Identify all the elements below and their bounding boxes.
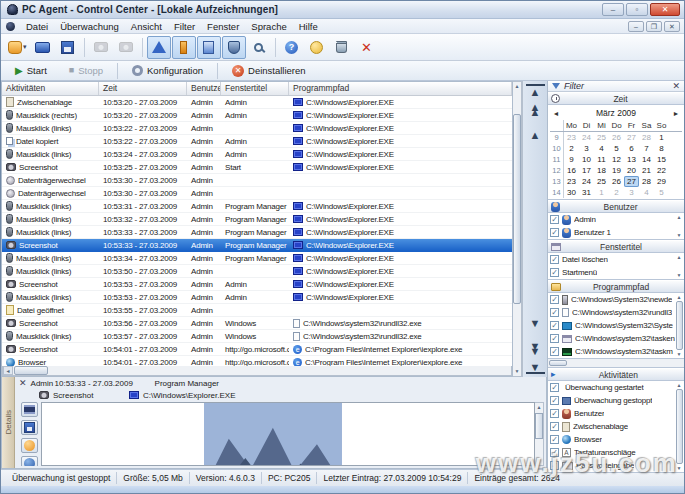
save-recordings-button[interactable] (56, 36, 80, 59)
close-button[interactable]: ✕ (650, 3, 680, 16)
scrollbar-thumb[interactable] (513, 114, 521, 304)
calendar-day[interactable]: 15 (654, 154, 669, 165)
menu-item-filter[interactable]: Filter (168, 20, 201, 33)
calendar-day[interactable]: 17 (579, 165, 594, 176)
checkbox[interactable]: ✓ (550, 422, 559, 431)
calendar-day[interactable]: 8 (654, 143, 669, 154)
calendar-day[interactable]: 25 (594, 176, 609, 187)
calendar-day[interactable]: 3 (579, 143, 594, 154)
table-row[interactable]: Datenträgerwechsel10:53:30 - 27.03.2009A… (2, 187, 512, 200)
scroll-down-icon[interactable]: ▼ (677, 232, 682, 238)
programmpfad-item[interactable]: ✓C:\Windows\system32\rundll3 (548, 306, 684, 319)
calendar-day[interactable]: 21 (639, 165, 654, 176)
scroll-down-icon[interactable]: ▼ (677, 465, 682, 471)
calendar-day[interactable]: 19 (609, 165, 624, 176)
table-row[interactable]: Mausklick (links)10:53:22 - 27.03.2009Ad… (2, 122, 512, 135)
calendar-day[interactable]: 10 (579, 154, 594, 165)
calendar-day[interactable]: 13 (624, 154, 639, 165)
aktivitaet-item[interactable]: ✓Tastaturanschläge (548, 446, 684, 459)
table-row[interactable]: Screenshot10:53:33 - 27.03.2009AdminProg… (2, 239, 512, 252)
page-down-button[interactable]: ▼ (526, 338, 545, 354)
calendar-day[interactable]: 3 (624, 187, 639, 198)
calendar-day[interactable]: 2 (564, 143, 579, 154)
calendar-day[interactable]: 9 (564, 154, 579, 165)
checkbox[interactable]: ✓ (550, 461, 559, 470)
section-benutzer[interactable]: Benutzer (548, 200, 684, 213)
table-row[interactable]: Mausklick (links)10:53:50 - 27.03.2009Ad… (2, 265, 512, 278)
menu-item-ansicht[interactable]: Ansicht (125, 20, 168, 33)
menu-item-fenster[interactable]: Fenster (201, 20, 245, 33)
details-close-icon[interactable]: ✕ (19, 379, 27, 388)
scrollbar-thumb[interactable] (14, 366, 48, 375)
scroll-up-icon[interactable]: ▲ (677, 382, 682, 388)
table-vertical-scrollbar[interactable]: ▲ ▼ (513, 81, 522, 377)
calendar-day[interactable]: 4 (594, 143, 609, 154)
calendar-day[interactable]: 26 (609, 176, 624, 187)
benutzer-item[interactable]: ✓Admin (548, 213, 684, 226)
aktivitaet-item[interactable]: ✓Passworteingabe (548, 459, 684, 472)
scroll-left-icon[interactable]: ◄ (3, 366, 13, 375)
checkbox[interactable]: ✓ (550, 308, 559, 317)
column-header-c2[interactable]: Zeit (99, 82, 187, 95)
checkbox[interactable]: ✓ (550, 228, 559, 237)
last-record-button[interactable]: ▼ (526, 361, 545, 374)
calendar-day[interactable]: 6 (624, 143, 639, 154)
checkbox[interactable]: ✓ (550, 295, 559, 304)
calendar-day[interactable]: 26 (609, 132, 624, 143)
table-row[interactable]: Screenshot10:53:56 - 27.03.2009AdminWind… (2, 317, 512, 330)
previous-month-icon[interactable]: ◄ (550, 110, 562, 117)
checkbox[interactable]: ✓ (550, 268, 559, 277)
next-month-icon[interactable]: ► (670, 110, 682, 117)
fenstertitel-item[interactable]: ✓Datei löschen (548, 253, 684, 266)
play-slideshow-button[interactable] (21, 402, 38, 417)
save-screenshot-button[interactable] (21, 420, 38, 435)
calendar-day[interactable]: 5 (609, 143, 624, 154)
scrollbar-thumb[interactable] (549, 360, 567, 366)
live-view-button[interactable] (247, 36, 271, 59)
aktivitaet-item[interactable]: ✓Browser (548, 433, 684, 446)
help-button[interactable] (280, 36, 304, 59)
programmpfad-scrollbar[interactable]: ▲▼ (675, 294, 683, 357)
scroll-down-icon[interactable]: ▼ (677, 272, 682, 278)
calendar-day-selected[interactable]: 27 (624, 176, 639, 187)
table-row[interactable]: Datei geöffnet10:53:55 - 27.03.2009Admin (2, 304, 512, 317)
table-row[interactable]: Mausklick (links)10:53:32 - 27.03.2009Ad… (2, 213, 512, 226)
view-screenshots-button[interactable] (172, 36, 196, 59)
table-row[interactable]: Mausklick (links)10:53:53 - 27.03.2009Ad… (2, 291, 512, 304)
calendar-day[interactable]: 24 (579, 132, 594, 143)
next-record-button[interactable]: ▼ (526, 315, 545, 331)
calendar-day[interactable]: 23 (564, 176, 579, 187)
calendar-day[interactable]: 20 (624, 165, 639, 176)
aktivitaet-item[interactable]: ✓Überwachung gestartet (548, 381, 684, 394)
scroll-up-icon[interactable]: ▲ (535, 403, 543, 412)
scroll-up-icon[interactable]: ▲ (513, 82, 521, 91)
table-row[interactable]: Mausklick (rechts)10:53:20 - 27.03.2009A… (2, 109, 512, 122)
aktivitaet-item[interactable]: ✓Benutzer (548, 407, 684, 420)
section-zeit[interactable]: Zeit (548, 92, 684, 105)
table-row[interactable]: Mausklick (links)10:53:57 - 27.03.2009Ad… (2, 330, 512, 343)
table-row[interactable]: Screenshot10:53:53 - 27.03.2009AdminAdmi… (2, 278, 512, 291)
calendar-day[interactable]: 28 (639, 176, 654, 187)
scroll-down-icon[interactable]: ▼ (535, 456, 543, 465)
table-row[interactable]: Screenshot10:53:25 - 27.03.2009AdminStar… (2, 161, 512, 174)
calendar-day[interactable]: 4 (639, 187, 654, 198)
first-record-button[interactable]: ▲ (526, 84, 545, 97)
calendar-day[interactable]: 27 (624, 132, 639, 143)
calendar-day[interactable]: 25 (594, 132, 609, 143)
table-row[interactable]: Browser10:54:01 - 27.03.2009Adminhttp://… (2, 356, 512, 366)
scrollbar-thumb[interactable] (676, 389, 683, 464)
aktivitaet-item[interactable]: ✓Überwachung gestoppt (548, 394, 684, 407)
scroll-down-icon[interactable]: ▼ (677, 351, 682, 357)
table-row[interactable]: Screenshot10:54:01 - 27.03.2009Adminhttp… (2, 343, 512, 356)
checkbox[interactable]: ✓ (550, 334, 559, 343)
previous-record-button[interactable]: ▲ (526, 127, 545, 143)
export-recordings-button[interactable]: ▾ (5, 36, 30, 59)
calendar-day[interactable]: 23 (564, 132, 579, 143)
calendar-day[interactable]: 14 (639, 154, 654, 165)
delete-recordings-button[interactable] (330, 36, 354, 59)
mdi-restore-button[interactable]: ❐ (646, 21, 662, 32)
open-backup-button[interactable] (31, 36, 55, 59)
calendar-day[interactable]: 30 (564, 187, 579, 198)
view-security-button[interactable] (222, 36, 246, 59)
checkbox[interactable]: ✓ (550, 448, 559, 457)
